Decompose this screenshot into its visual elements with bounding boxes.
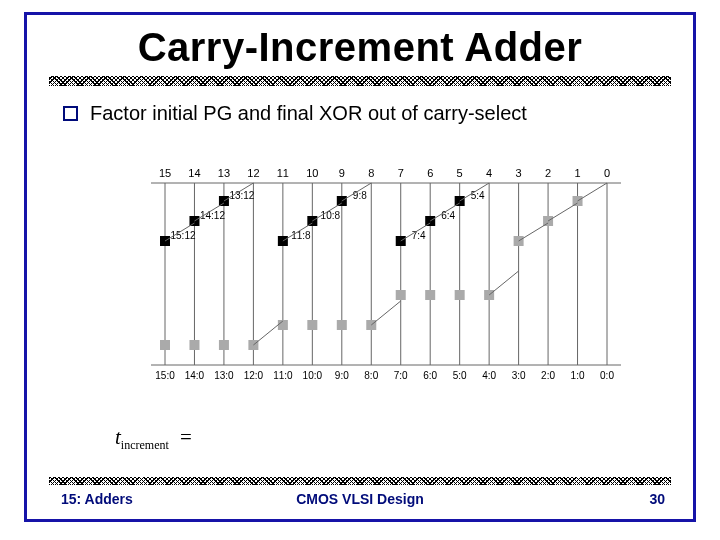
footer-underline — [49, 477, 671, 485]
svg-rect-74 — [307, 320, 317, 330]
svg-rect-77 — [248, 340, 258, 350]
bullet-text: Factor initial PG and final XOR out of c… — [90, 102, 527, 125]
svg-rect-73 — [337, 320, 347, 330]
svg-text:14: 14 — [188, 167, 200, 179]
svg-text:7:4: 7:4 — [412, 230, 426, 241]
svg-text:5:4: 5:4 — [471, 190, 485, 201]
eq-op: = — [180, 425, 192, 449]
svg-rect-68 — [455, 290, 465, 300]
svg-rect-78 — [219, 340, 229, 350]
svg-rect-69 — [425, 290, 435, 300]
svg-text:11:8: 11:8 — [291, 230, 311, 241]
svg-text:0:0: 0:0 — [600, 370, 614, 381]
svg-text:12: 12 — [247, 167, 259, 179]
svg-text:7: 7 — [398, 167, 404, 179]
svg-text:4: 4 — [486, 167, 492, 179]
svg-rect-54 — [543, 216, 553, 226]
svg-text:4:0: 4:0 — [482, 370, 496, 381]
svg-rect-48 — [307, 216, 317, 226]
svg-rect-65 — [514, 236, 524, 246]
svg-text:9:0: 9:0 — [335, 370, 349, 381]
footer-center: CMOS VLSI Design — [27, 491, 693, 507]
svg-rect-37 — [337, 196, 347, 206]
svg-rect-80 — [160, 340, 170, 350]
slide-title: Carry-Increment Adder — [27, 25, 693, 70]
svg-text:2:0: 2:0 — [541, 370, 555, 381]
svg-text:0: 0 — [604, 167, 610, 179]
svg-text:6: 6 — [427, 167, 433, 179]
svg-text:8: 8 — [368, 167, 374, 179]
svg-text:15: 15 — [159, 167, 171, 179]
svg-text:14:0: 14:0 — [185, 370, 205, 381]
svg-text:13:0: 13:0 — [214, 370, 234, 381]
svg-text:13: 13 — [218, 167, 230, 179]
svg-text:10:0: 10:0 — [303, 370, 323, 381]
adder-diagram: 1514131211109876543210 13:129:85:414:121… — [151, 165, 621, 395]
svg-text:5:0: 5:0 — [453, 370, 467, 381]
footer: 15: Adders CMOS VLSI Design 30 — [27, 491, 693, 513]
svg-text:7:0: 7:0 — [394, 370, 408, 381]
svg-text:1:0: 1:0 — [571, 370, 585, 381]
svg-line-71 — [489, 271, 518, 295]
title-underline — [49, 76, 671, 86]
svg-line-44 — [578, 183, 607, 201]
svg-rect-79 — [189, 340, 199, 350]
svg-text:10:8: 10:8 — [321, 210, 341, 221]
svg-text:15:0: 15:0 — [155, 370, 175, 381]
svg-rect-70 — [396, 290, 406, 300]
svg-line-55 — [548, 203, 577, 221]
svg-text:6:0: 6:0 — [423, 370, 437, 381]
slide-frame: Carry-Increment Adder Factor initial PG … — [24, 12, 696, 522]
svg-text:3: 3 — [516, 167, 522, 179]
svg-line-81 — [253, 321, 282, 345]
bullet-box-icon — [63, 106, 78, 121]
svg-text:8:0: 8:0 — [364, 370, 378, 381]
svg-text:12:0: 12:0 — [244, 370, 264, 381]
bullet-item: Factor initial PG and final XOR out of c… — [63, 102, 693, 125]
footer-right: 30 — [649, 491, 665, 507]
svg-text:3:0: 3:0 — [512, 370, 526, 381]
eq-sub: increment — [121, 438, 169, 452]
svg-text:9: 9 — [339, 167, 345, 179]
svg-text:9:8: 9:8 — [353, 190, 367, 201]
svg-text:11:0: 11:0 — [273, 370, 293, 381]
svg-text:5: 5 — [457, 167, 463, 179]
svg-text:11: 11 — [277, 167, 289, 179]
svg-text:1: 1 — [574, 167, 580, 179]
svg-line-66 — [519, 223, 548, 241]
equation: tincrement = — [115, 425, 192, 453]
svg-line-76 — [371, 301, 400, 325]
svg-text:2: 2 — [545, 167, 551, 179]
svg-text:10: 10 — [306, 167, 318, 179]
svg-text:6:4: 6:4 — [441, 210, 455, 221]
